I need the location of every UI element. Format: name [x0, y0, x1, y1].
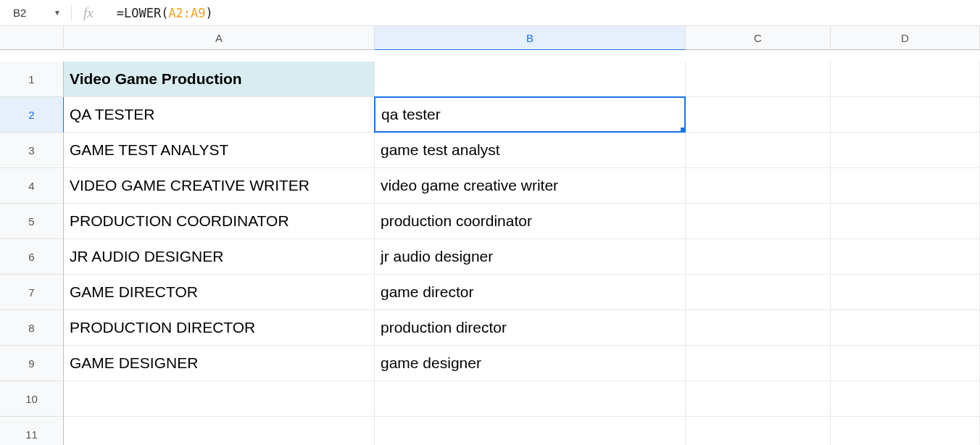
cell-C10[interactable]	[686, 381, 831, 417]
chevron-down-icon[interactable]: ▼	[54, 9, 61, 17]
cell-A11[interactable]	[64, 417, 375, 445]
cell-A2[interactable]: QA TESTER	[64, 97, 375, 133]
cell-D9[interactable]	[831, 346, 980, 381]
cell-D2[interactable]	[831, 97, 980, 133]
cell-C6[interactable]	[686, 239, 831, 275]
cell-B9[interactable]: game designer	[375, 346, 686, 381]
cell-D7[interactable]	[831, 275, 980, 310]
cell-A3[interactable]: GAME TEST ANALYST	[64, 133, 375, 168]
row-header-7[interactable]: 7	[0, 275, 64, 310]
column-header-D[interactable]: D	[831, 26, 980, 50]
formula-range: A2:A9	[168, 6, 205, 20]
cell-C5[interactable]	[686, 204, 831, 239]
cell-C2[interactable]	[686, 97, 831, 133]
formula-text-suffix: )	[206, 6, 213, 20]
cell-C7[interactable]	[686, 275, 831, 310]
cell-D10[interactable]	[831, 381, 980, 417]
cell-D1[interactable]	[831, 62, 980, 97]
row-header-4[interactable]: 4	[0, 168, 64, 204]
cell-B7[interactable]: game director	[375, 275, 686, 310]
cell-C3[interactable]	[686, 133, 831, 168]
cell-A8[interactable]: PRODUCTION DIRECTOR	[64, 310, 375, 346]
cell-D5[interactable]	[831, 204, 980, 239]
cell-D6[interactable]	[831, 239, 980, 275]
column-header-A[interactable]: A	[64, 26, 375, 50]
cell-C8[interactable]	[686, 310, 831, 346]
cell-B6[interactable]: jr audio designer	[375, 239, 686, 275]
cell-D3[interactable]	[831, 133, 980, 168]
cell-A4[interactable]: VIDEO GAME CREATIVE WRITER	[64, 168, 375, 204]
column-header-C[interactable]: C	[686, 26, 831, 50]
row-header-5[interactable]: 5	[0, 204, 64, 239]
row-header-9[interactable]: 9	[0, 346, 64, 381]
cell-B5[interactable]: production coordinator	[375, 204, 686, 239]
cell-D8[interactable]	[831, 310, 980, 346]
cell-B3[interactable]: game test analyst	[375, 133, 686, 168]
cell-B8[interactable]: production director	[375, 310, 686, 346]
row-header-10[interactable]: 10	[0, 381, 64, 417]
cell-C11[interactable]	[686, 417, 831, 445]
row-header-1[interactable]: 1	[0, 62, 64, 97]
formula-bar: B2 ▼ fx =LOWER(A2:A9)	[0, 0, 980, 26]
spreadsheet-grid: A B C D 1 Video Game Production 2 QA TES…	[0, 26, 980, 445]
cell-A5[interactable]: PRODUCTION COORDINATOR	[64, 204, 375, 239]
cell-D11[interactable]	[831, 417, 980, 445]
cell-A1[interactable]: Video Game Production	[64, 62, 375, 97]
name-box[interactable]: B2 ▼	[6, 7, 65, 19]
cell-B4[interactable]: video game creative writer	[375, 168, 686, 204]
cell-B11[interactable]	[375, 417, 686, 445]
cell-C4[interactable]	[686, 168, 831, 204]
select-all-corner[interactable]	[0, 26, 64, 50]
cell-A7[interactable]: GAME DIRECTOR	[64, 275, 375, 310]
cell-D4[interactable]	[831, 168, 980, 204]
row-header-3[interactable]: 3	[0, 133, 64, 168]
row-header-8[interactable]: 8	[0, 310, 64, 346]
formula-input[interactable]: =LOWER(A2:A9)	[111, 6, 213, 20]
cell-B10[interactable]	[375, 381, 686, 417]
row-header-2[interactable]: 2	[0, 97, 64, 133]
column-header-B[interactable]: B	[375, 26, 686, 50]
cell-A10[interactable]	[64, 381, 375, 417]
formula-text-prefix: =LOWER(	[117, 6, 169, 20]
cell-C9[interactable]	[686, 346, 831, 381]
fx-icon: fx	[71, 5, 105, 21]
row-header-11[interactable]: 11	[0, 417, 64, 445]
row-header-6[interactable]: 6	[0, 239, 64, 275]
cell-A9[interactable]: GAME DESIGNER	[64, 346, 375, 381]
cell-A6[interactable]: JR AUDIO DESIGNER	[64, 239, 375, 275]
selected-cell-name: B2	[13, 7, 26, 19]
cell-C1[interactable]	[686, 62, 831, 97]
cell-B1[interactable]	[375, 62, 686, 97]
cell-B2[interactable]: qa tester	[374, 96, 686, 133]
